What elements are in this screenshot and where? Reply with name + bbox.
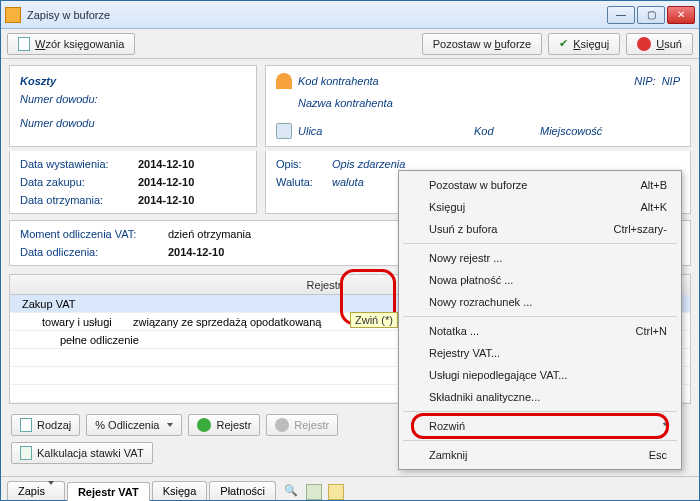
odliczenia-label: % Odliczenia <box>95 419 159 431</box>
koszty-panel: Koszty Numer dowodu: Numer dowodu <box>9 65 257 147</box>
wzor-label: Wzór księgowania <box>35 38 124 50</box>
tab-zapis[interactable]: Zapis <box>7 481 65 500</box>
waluta-value[interactable]: waluta <box>332 176 364 188</box>
kalkulacja-vat-button[interactable]: Kalkulacja stawki VAT <box>11 442 153 464</box>
moment-odl-value[interactable]: dzień otrzymania <box>168 228 251 240</box>
kontrahent-panel: Kod kontrahenta NIP: NIP Nazwa kontrahen… <box>265 65 691 147</box>
app-icon <box>5 7 21 23</box>
numer-dowodu-value[interactable]: Numer dowodu <box>20 117 95 129</box>
titlebar: Zapisy w buforze — ▢ ✕ <box>1 1 699 29</box>
document-icon <box>18 37 30 51</box>
nazwa-kontrahenta[interactable]: Nazwa kontrahenta <box>298 97 393 109</box>
kalkulacja-label: Kalkulacja stawki VAT <box>37 447 144 459</box>
data-zak-label: Data zakupu: <box>20 176 130 188</box>
odliczenia-button[interactable]: % Odliczenia <box>86 414 182 436</box>
dates-panel: Data wystawienia:2014-12-10 Data zakupu:… <box>9 151 257 214</box>
user-icon <box>276 73 292 89</box>
kod-pocztowy[interactable]: Kod <box>474 125 534 137</box>
ksieguj-label: Księguj <box>573 38 609 50</box>
nip-value[interactable]: NIP <box>662 75 680 87</box>
calc-icon <box>20 446 32 460</box>
menu-skladniki[interactable]: Składniki analityczne... <box>401 386 679 408</box>
data-wyst-value[interactable]: 2014-12-10 <box>138 158 194 170</box>
nip-label: NIP: <box>634 75 655 87</box>
menu-zamknij[interactable]: ZamknijEsc <box>401 444 679 466</box>
menu-separator <box>403 316 677 317</box>
sub1b: związany ze sprzedażą opodatkowaną <box>133 316 321 328</box>
menu-separator <box>403 411 677 412</box>
moment-odl-label: Moment odliczenia VAT: <box>20 228 160 240</box>
data-otrz-label: Data otrzymania: <box>20 194 130 206</box>
tooltip-zwin: Zwiń (*) <box>350 312 398 328</box>
menu-pozostaw[interactable]: Pozostaw w buforzeAlt+B <box>401 174 679 196</box>
rejestr-add-label: Rejestr <box>216 419 251 431</box>
window-title: Zapisy w buforze <box>27 9 605 21</box>
minimize-button[interactable]: — <box>607 6 635 24</box>
rodzaj-label: Rodzaj <box>37 419 71 431</box>
doc-icon <box>20 418 32 432</box>
rejestr-del-button[interactable]: Rejestr <box>266 414 338 436</box>
ksieguj-button[interactable]: ✔ Księguj <box>548 33 620 55</box>
menu-rozwin[interactable]: Rozwiń* <box>401 415 679 437</box>
wzor-ksiegowania-button[interactable]: Wzór księgowania <box>7 33 135 55</box>
close-button[interactable]: ✕ <box>667 6 695 24</box>
check-icon: ✔ <box>559 37 568 50</box>
rejestr-del-label: Rejestr <box>294 419 329 431</box>
ulica[interactable]: Ulica <box>298 125 468 137</box>
menu-nowy-rejestr[interactable]: Nowy rejestr ... <box>401 247 679 269</box>
data-odl-label: Data odliczenia: <box>20 246 160 258</box>
plus-icon <box>197 418 211 432</box>
waluta-label: Waluta: <box>276 176 324 188</box>
menu-notatka[interactable]: Notatka ...Ctrl+N <box>401 320 679 342</box>
miejscowosc[interactable]: Miejscowość <box>540 125 602 137</box>
menu-separator <box>403 440 677 441</box>
menu-separator <box>403 243 677 244</box>
data-odl-value[interactable]: 2014-12-10 <box>168 246 224 258</box>
context-menu: Pozostaw w buforzeAlt+B KsięgujAlt+K Usu… <box>398 170 682 470</box>
tabbar: Zapis Rejestr VAT Księga Płatności 🔍 <box>1 476 699 500</box>
pozostaw-w-buforze-button[interactable]: Pozostaw w buforze <box>422 33 542 55</box>
calendar-icon[interactable] <box>306 484 322 500</box>
menu-nowa-platnosc[interactable]: Nowa płatność ... <box>401 269 679 291</box>
rejestr-add-button[interactable]: Rejestr <box>188 414 260 436</box>
menu-rejestry-vat[interactable]: Rejestry VAT... <box>401 342 679 364</box>
data-otrz-value[interactable]: 2014-12-10 <box>138 194 194 206</box>
opis-label: Opis: <box>276 158 324 170</box>
minus-icon <box>275 418 289 432</box>
numer-dowodu-label: Numer dowodu: <box>20 93 98 105</box>
usun-button[interactable]: Usuń <box>626 33 693 55</box>
rodzaj-button[interactable]: Rodzaj <box>11 414 80 436</box>
koszty-heading: Koszty <box>20 75 56 87</box>
pozostaw-label: Pozostaw w buforze <box>433 38 531 50</box>
delete-icon <box>637 37 651 51</box>
data-wyst-label: Data wystawienia: <box>20 158 130 170</box>
tab-platnosci[interactable]: Płatności <box>209 481 276 500</box>
menu-usun[interactable]: Usuń z buforaCtrl+szary- <box>401 218 679 240</box>
menu-uslugi[interactable]: Usługi niepodlegające VAT... <box>401 364 679 386</box>
chevron-down-icon <box>167 423 173 427</box>
usun-label: Usuń <box>656 38 682 50</box>
search-icon[interactable]: 🔍 <box>284 484 300 500</box>
kod-kontrahenta[interactable]: Kod kontrahenta <box>298 75 628 87</box>
menu-ksieguj[interactable]: KsięgujAlt+K <box>401 196 679 218</box>
app-window: Zapisy w buforze — ▢ ✕ Wzór księgowania … <box>0 0 700 501</box>
chevron-down-icon <box>48 481 54 497</box>
data-zak-value[interactable]: 2014-12-10 <box>138 176 194 188</box>
address-icon <box>276 123 292 139</box>
note-icon[interactable] <box>328 484 344 500</box>
sub1a: towary i usługi <box>42 316 112 328</box>
toolbar: Wzór księgowania Pozostaw w buforze ✔ Ks… <box>1 29 699 59</box>
opis-value[interactable]: Opis zdarzenia <box>332 158 405 170</box>
menu-nowy-rozrachunek[interactable]: Nowy rozrachunek ... <box>401 291 679 313</box>
maximize-button[interactable]: ▢ <box>637 6 665 24</box>
tab-ksiega[interactable]: Księga <box>152 481 208 500</box>
tab-rejestr-vat[interactable]: Rejestr VAT <box>67 482 150 501</box>
